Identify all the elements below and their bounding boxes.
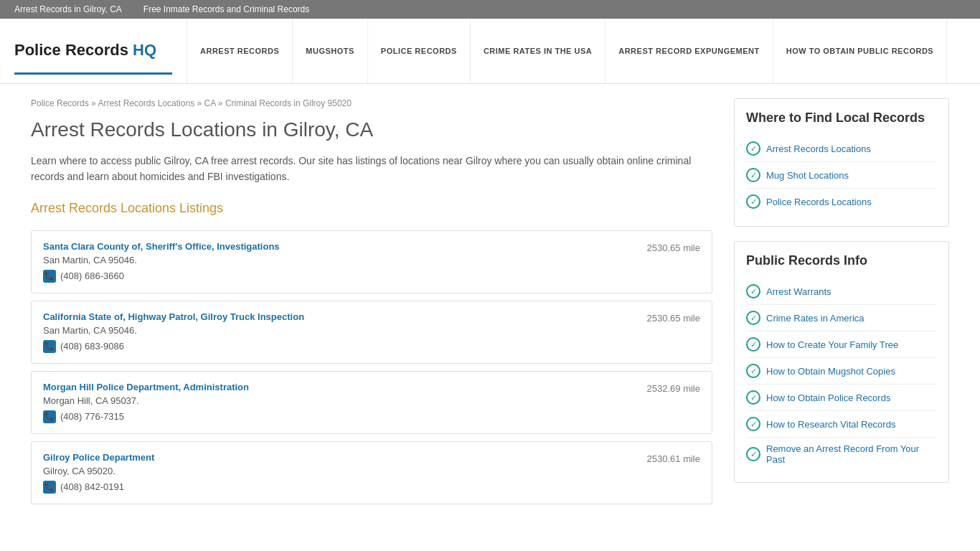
location-card-1: California State of, Highway Patrol, Gil… (31, 301, 712, 364)
check-icon-5: ✓ (746, 311, 760, 325)
location-name-0: Santa Clara County of, Sheriff's Office,… (43, 241, 633, 252)
check-icon-4: ✓ (746, 284, 760, 298)
check-icon-1: ✓ (746, 141, 760, 156)
location-address-0: San Martin, CA 95046. (43, 255, 633, 265)
page-title: Arrest Records Locations in Gilroy, CA (31, 118, 712, 141)
listings-heading: Arrest Records Locations Listings (31, 201, 712, 219)
sidebar-link-police-records-locations[interactable]: ✓ Police Records Locations (746, 189, 937, 215)
check-icon-3: ✓ (746, 194, 760, 209)
sidebar-link-arrest-records-locations[interactable]: ✓ Arrest Records Locations (746, 136, 937, 162)
nav-crime-rates[interactable]: CRIME RATES IN THE USA (471, 19, 606, 83)
location-address-2: Morgan Hill, CA 95037. (43, 395, 633, 406)
location-address-1: San Martin, CA 95046. (43, 325, 633, 336)
breadcrumb-arrest-records-locations[interactable]: Arrest Records Locations (98, 98, 194, 108)
location-distance-0: 2530.65 mile (647, 241, 700, 253)
location-name-1: California State of, Highway Patrol, Gil… (43, 311, 633, 322)
main-nav: ARREST RECORDS MUGSHOTS POLICE RECORDS C… (187, 19, 966, 83)
location-phone-0: 📞 (408) 686-3660 (43, 270, 633, 283)
check-icon-8: ✓ (746, 390, 760, 405)
sidebar-link-text-9: How to Research Vital Records (766, 419, 895, 430)
location-name-2: Morgan Hill Police Department, Administr… (43, 382, 633, 392)
check-icon-6: ✓ (746, 337, 760, 352)
sidebar-link-text-8: How to Obtain Police Records (766, 392, 890, 403)
sidebar-public-records: Public Records Info ✓ Arrest Warrants ✓ … (734, 241, 949, 483)
location-card-2: Morgan Hill Police Department, Administr… (31, 371, 712, 434)
top-bar: Arrest Records in Gilroy, CA Free Inmate… (0, 0, 980, 19)
location-phone-1: 📞 (408) 683-9086 (43, 340, 633, 353)
breadcrumb-police-records[interactable]: Police Records (31, 98, 89, 108)
breadcrumb-criminal-records[interactable]: Criminal Records in Gilroy 95020 (225, 98, 352, 108)
sidebar-link-text-1: Arrest Records Locations (766, 143, 871, 154)
location-phone-3: 📞 (408) 842-0191 (43, 481, 633, 494)
location-phone-2: 📞 (408) 776-7315 (43, 410, 633, 423)
intro-text: Learn where to access public Gilroy, CA … (31, 153, 712, 185)
sidebar-link-vital-records[interactable]: ✓ How to Research Vital Records (746, 411, 937, 438)
check-icon-9: ✓ (746, 417, 760, 431)
sidebar: Where to Find Local Records ✓ Arrest Rec… (734, 98, 949, 512)
check-icon-2: ✓ (746, 168, 760, 182)
logo[interactable]: Police Records HQ (14, 28, 172, 75)
phone-number-0[interactable]: (408) 686-3660 (60, 270, 124, 281)
phone-number-2[interactable]: (408) 776-7315 (60, 411, 124, 422)
sidebar-link-text-2: Mug Shot Locations (766, 170, 849, 181)
main-container: Police Records » Arrest Records Location… (17, 84, 963, 526)
location-address-3: Gilroy, CA 95020. (43, 466, 633, 476)
sidebar-link-family-tree[interactable]: ✓ How to Create Your Family Tree (746, 331, 937, 358)
phone-icon-0: 📞 (43, 270, 56, 283)
location-name-3: Gilroy Police Department (43, 452, 633, 463)
phone-number-3[interactable]: (408) 842-0191 (60, 481, 124, 492)
breadcrumb-ca[interactable]: CA (204, 98, 216, 108)
breadcrumb: Police Records » Arrest Records Location… (31, 98, 712, 108)
sidebar-link-text-6: How to Create Your Family Tree (766, 339, 898, 350)
topbar-link-1[interactable]: Arrest Records in Gilroy, CA (14, 4, 122, 14)
sidebar-public-title: Public Records Info (746, 253, 937, 268)
location-card-3: Gilroy Police Department Gilroy, CA 9502… (31, 441, 712, 504)
sidebar-link-text-7: How to Obtain Mugshot Copies (766, 366, 895, 377)
phone-number-1[interactable]: (408) 683-9086 (60, 341, 124, 352)
nav-arrest-records[interactable]: ARREST RECORDS (187, 19, 293, 83)
phone-icon-1: 📞 (43, 340, 56, 353)
location-distance-1: 2530.65 mile (647, 311, 700, 324)
sidebar-link-mugshot-copies[interactable]: ✓ How to Obtain Mugshot Copies (746, 358, 937, 385)
location-distance-2: 2532.69 mile (647, 382, 700, 394)
phone-icon-3: 📞 (43, 481, 56, 494)
sidebar-local-records: Where to Find Local Records ✓ Arrest Rec… (734, 98, 949, 227)
sidebar-link-mug-shot-locations[interactable]: ✓ Mug Shot Locations (746, 162, 937, 189)
phone-icon-2: 📞 (43, 410, 56, 423)
check-icon-7: ✓ (746, 364, 760, 378)
sidebar-link-police-records[interactable]: ✓ How to Obtain Police Records (746, 385, 937, 411)
topbar-link-2[interactable]: Free Inmate Records and Criminal Records (143, 4, 309, 14)
sidebar-link-remove-arrest[interactable]: ✓ Remove an Arrest Record From Your Past (746, 438, 937, 471)
location-card-0: Santa Clara County of, Sheriff's Office,… (31, 230, 712, 293)
nav-public-records[interactable]: HOW TO OBTAIN PUBLIC RECORDS (773, 19, 947, 83)
sidebar-link-arrest-warrants[interactable]: ✓ Arrest Warrants (746, 278, 937, 305)
header: Police Records HQ ARREST RECORDS MUGSHOT… (0, 19, 980, 84)
content-area: Police Records » Arrest Records Location… (31, 98, 712, 512)
sidebar-link-text-3: Police Records Locations (766, 197, 872, 207)
nav-mugshots[interactable]: MUGSHOTS (293, 19, 368, 83)
location-cards: Santa Clara County of, Sheriff's Office,… (31, 230, 712, 504)
sidebar-link-text-4: Arrest Warrants (766, 286, 831, 297)
sidebar-link-text-10: Remove an Arrest Record From Your Past (766, 443, 937, 465)
sidebar-link-crime-rates[interactable]: ✓ Crime Rates in America (746, 305, 937, 331)
nav-expungement[interactable]: ARREST RECORD EXPUNGEMENT (606, 19, 773, 83)
sidebar-local-title: Where to Find Local Records (746, 110, 937, 126)
location-distance-3: 2530.61 mile (647, 452, 700, 464)
check-icon-10: ✓ (746, 447, 760, 461)
sidebar-link-text-5: Crime Rates in America (766, 313, 864, 324)
nav-police-records[interactable]: POLICE RECORDS (368, 19, 471, 83)
